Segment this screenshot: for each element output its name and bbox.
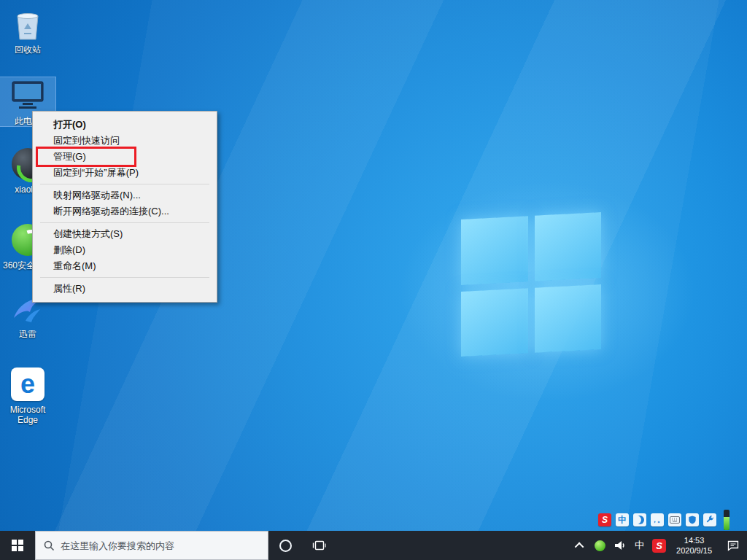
desktop: 回收站 此电脑 xiaoba 360安全卫士 xyxy=(0,0,747,560)
windows-logo-icon xyxy=(12,540,23,551)
menu-separator xyxy=(40,184,209,184)
menu-separator xyxy=(40,277,209,278)
menu-item-manage[interactable]: 管理(G) xyxy=(33,149,217,165)
action-center-icon xyxy=(727,540,740,551)
menu-item-delete[interactable]: 删除(D) xyxy=(33,242,217,258)
search-icon xyxy=(43,540,55,551)
this-pc-icon xyxy=(0,77,55,114)
recycle-bin-icon xyxy=(0,6,55,42)
system-tray: 中 S 14:53 2020/9/15 xyxy=(570,531,747,560)
taskbar-search[interactable] xyxy=(35,531,268,560)
soft-keyboard-icon[interactable] xyxy=(668,513,681,526)
desktop-icon-microsoft-edge[interactable]: e Microsoft Edge xyxy=(0,366,55,425)
icon-label: Microsoft Edge xyxy=(0,405,55,425)
desktop-icon-recycle-bin[interactable]: 回收站 xyxy=(0,6,55,55)
sogou-logo-icon[interactable]: S xyxy=(598,513,611,526)
ime-indicator[interactable]: 中 xyxy=(630,531,649,560)
logo-pane xyxy=(461,216,528,284)
cortana-button[interactable] xyxy=(268,531,302,560)
taskbar: 中 S 14:53 2020/9/15 xyxy=(0,531,747,560)
menu-item-disconnect-network-drive[interactable]: 断开网络驱动器的连接(C)... xyxy=(33,203,217,219)
tray-expand-button[interactable] xyxy=(570,531,590,560)
icon-label: 回收站 xyxy=(0,44,55,55)
punctuation-mode-icon[interactable]: ，。 xyxy=(651,513,664,526)
start-button[interactable] xyxy=(0,531,35,560)
context-menu: 打开(O) 固定到快速访问 管理(G) 固定到“开始”屏幕(P) 映射网络驱动器… xyxy=(32,111,217,303)
date: 2020/9/15 xyxy=(676,545,712,556)
menu-item-pin-quick-access[interactable]: 固定到快速访问 xyxy=(33,133,217,149)
tray-360-icon[interactable] xyxy=(590,531,610,560)
menu-separator xyxy=(40,222,209,223)
logo-pane xyxy=(535,212,602,281)
menu-item-rename[interactable]: 重命名(M) xyxy=(33,258,217,274)
edge-icon: e xyxy=(0,366,55,402)
chevron-up-icon xyxy=(575,542,584,551)
edge-letter: e xyxy=(20,371,35,397)
action-center-button[interactable] xyxy=(719,531,747,560)
menu-item-properties[interactable]: 属性(R) xyxy=(33,281,217,297)
icon-label: 迅雷 xyxy=(0,329,55,339)
search-input[interactable] xyxy=(61,540,260,551)
moon-mode-icon[interactable] xyxy=(633,513,646,526)
time: 14:53 xyxy=(684,535,705,545)
sogou-tray-icon[interactable]: S xyxy=(649,531,669,560)
sogou-toolbar: S 中 ，。 xyxy=(598,512,729,528)
menu-item-pin-to-start[interactable]: 固定到“开始”屏幕(P) xyxy=(33,165,217,181)
ime-volume-meter[interactable] xyxy=(724,510,729,530)
cortana-icon xyxy=(279,540,292,552)
volume-icon[interactable] xyxy=(610,531,630,560)
menu-item-open[interactable]: 打开(O) xyxy=(33,117,217,133)
windows-wallpaper-logo xyxy=(461,212,601,357)
logo-pane xyxy=(535,284,602,352)
task-view-button[interactable] xyxy=(302,531,336,560)
task-view-icon xyxy=(311,540,326,551)
wrench-icon[interactable] xyxy=(703,513,716,526)
menu-item-map-network-drive[interactable]: 映射网络驱动器(N)... xyxy=(33,187,217,203)
menu-item-create-shortcut[interactable]: 创建快捷方式(S) xyxy=(33,226,217,242)
logo-pane xyxy=(461,288,528,357)
shield-icon[interactable] xyxy=(686,513,699,526)
ime-chinese-mode-icon[interactable]: 中 xyxy=(616,513,629,526)
clock[interactable]: 14:53 2020/9/15 xyxy=(669,531,719,560)
